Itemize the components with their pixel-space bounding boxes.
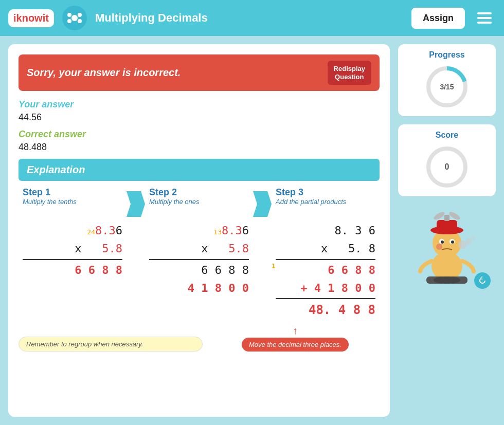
- svg-point-3: [67, 19, 71, 23]
- step2-desc: Multiply the ones: [149, 198, 249, 216]
- step1-math: 2 4 8.36 x 5.8 6 6 8 8: [23, 221, 122, 279]
- svg-point-21: [436, 244, 442, 250]
- step1-line2: x 5.8: [23, 239, 122, 257]
- correct-answer-label: Correct answer: [19, 129, 380, 140]
- progress-text: 3/15: [440, 83, 454, 91]
- main-content: Sorry, your answer is incorrect. Redispl…: [0, 36, 504, 425]
- hamburger-line2: [477, 17, 492, 19]
- step2-x: x: [201, 239, 228, 257]
- svg-point-4: [78, 19, 82, 23]
- svg-point-0: [71, 15, 78, 21]
- lesson-title: Multiplying Decimals: [95, 11, 403, 25]
- step1-sup4: 4: [91, 227, 95, 238]
- hamburger-line1: [477, 12, 492, 14]
- step3-result1: 1 6 6 8 8: [276, 261, 375, 279]
- step1-x: x: [75, 239, 102, 257]
- progress-widget: Progress 3/15: [398, 44, 496, 116]
- step2-58: 5.8: [228, 239, 249, 257]
- step3-title: Step 3: [276, 187, 375, 198]
- step2-result1: 6 6 8 8: [149, 261, 249, 279]
- character-svg: [411, 205, 483, 287]
- step3-6688b: 6 6 8 8: [328, 261, 375, 279]
- step2-sup3: 3: [218, 227, 222, 238]
- svg-point-1: [67, 13, 71, 17]
- your-answer-value: 44.56: [19, 112, 380, 123]
- decimal-note: Move the decimal three places.: [242, 338, 349, 352]
- arrow1-svg: [127, 191, 145, 217]
- logo: iknowit: [8, 9, 54, 27]
- arrow2-svg: [253, 191, 272, 217]
- step1-result: 6 6 8 8: [23, 261, 122, 279]
- step1-sup2: 2: [87, 227, 91, 238]
- arrow1: [127, 187, 145, 217]
- svg-point-20: [451, 241, 454, 244]
- step2-6: 6: [242, 221, 249, 239]
- step2-sup1: 1: [213, 227, 218, 238]
- step2-3: 3: [236, 221, 242, 239]
- score-label: Score: [408, 131, 485, 140]
- step1-8: 8.: [95, 221, 109, 239]
- step-2: Step 2 Multiply the ones 1 3 8.36 x 5.8 …: [145, 187, 253, 297]
- step3-line2: x 5. 8: [276, 239, 375, 257]
- explanation-label: Explanation: [27, 164, 85, 175]
- step3-divider2: [276, 298, 375, 299]
- svg-point-15: [433, 211, 446, 221]
- step3-carry: 1: [272, 261, 276, 272]
- step1-36: 3: [109, 221, 116, 239]
- step3-desc: Add the partial products: [276, 198, 375, 216]
- menu-button[interactable]: [473, 8, 496, 28]
- svg-point-19: [441, 241, 444, 244]
- correct-answer-value: 48.488: [19, 142, 380, 153]
- arrow2: [253, 187, 272, 217]
- redisplay-button[interactable]: RedisplayQuestion: [328, 61, 371, 85]
- svg-rect-14: [444, 215, 449, 221]
- step2-line2: x 5.8: [149, 239, 249, 257]
- step2-math: 1 3 8.36 x 5.8 6 6 8 8 4 1 8 0 0: [149, 221, 249, 297]
- lesson-icon: [62, 6, 87, 30]
- progress-label: Progress: [408, 50, 485, 60]
- incorrect-message: Sorry, your answer is incorrect.: [27, 67, 181, 79]
- logo-text: iknowit: [13, 12, 49, 24]
- step1-title: Step 1: [23, 187, 122, 198]
- step-1: Step 1 Multiply the tenths 2 4 8.36 x 5.…: [19, 187, 127, 279]
- step3-math: 8. 3 6 x 5. 8 1 6 6 8 8 + 4 1 8 0 0: [276, 221, 375, 320]
- svg-point-24: [470, 236, 475, 241]
- decimal-note-wrapper: ↑ Move the decimal three places.: [211, 325, 380, 352]
- step3-line1: 8. 3 6: [276, 221, 375, 239]
- svg-point-22: [458, 241, 466, 249]
- step1-divider: [23, 259, 122, 260]
- back-button[interactable]: [474, 272, 491, 289]
- step1-6a: 6: [116, 221, 122, 239]
- content-panel: Sorry, your answer is incorrect. Redispl…: [8, 44, 390, 417]
- step2-41800: 4 1 8 0 0: [188, 279, 249, 297]
- assign-button[interactable]: Assign: [411, 8, 465, 29]
- step2-divider: [149, 259, 249, 260]
- svg-marker-5: [127, 191, 145, 217]
- svg-rect-13: [437, 220, 457, 231]
- step3-result2: + 4 1 8 0 0: [276, 279, 375, 297]
- hamburger-line3: [477, 22, 492, 24]
- step2-line1: 1 3 8.36: [149, 221, 249, 239]
- step3-plus41800: + 4 1 8 0 0: [300, 279, 375, 297]
- step2-8: 8.: [222, 221, 236, 239]
- step-3: Step 3 Add the partial products 8. 3 6 x…: [272, 187, 380, 320]
- step3-836: 8. 3 6: [335, 221, 375, 239]
- decimal-arrow-up: ↑: [211, 325, 380, 337]
- step3-divider: [276, 259, 375, 260]
- score-text: 0: [445, 162, 449, 171]
- step2-6688: 6 6 8 8: [201, 261, 249, 279]
- progress-circle: 3/15: [424, 64, 470, 110]
- step1-desc: Multiply the tenths: [23, 198, 122, 216]
- sidebar: Progress 3/15 Score 0: [398, 44, 496, 417]
- regroup-note: Remember to regroup when necessary.: [19, 337, 203, 352]
- step1-line1: 2 4 8.36: [23, 221, 122, 239]
- step3-x58: x 5. 8: [321, 239, 375, 257]
- svg-point-28: [438, 276, 460, 284]
- svg-point-2: [78, 13, 82, 17]
- steps-container: Step 1 Multiply the tenths 2 4 8.36 x 5.…: [19, 187, 380, 320]
- app-header: iknowit Multiplying Decimals Assign: [0, 0, 504, 36]
- character-box: [398, 205, 496, 289]
- score-circle: 0: [424, 144, 470, 190]
- svg-marker-6: [253, 191, 272, 217]
- step1-6688: 6 6 8 8: [75, 261, 122, 279]
